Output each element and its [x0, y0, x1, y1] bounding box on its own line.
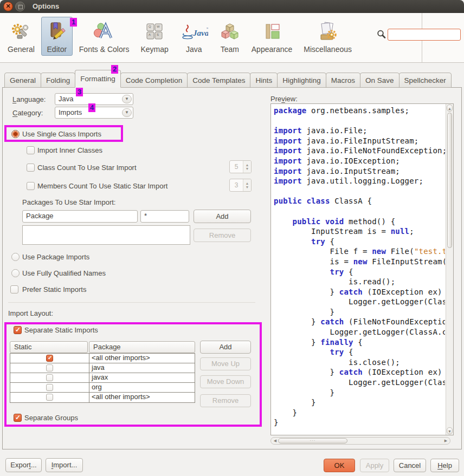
static-checkbox[interactable]: [46, 355, 53, 362]
package-cell[interactable]: java: [89, 363, 195, 373]
class-count-checkbox[interactable]: [27, 164, 35, 172]
scroll-right-icon[interactable]: ▶: [442, 438, 449, 444]
move-down-button[interactable]: Move Down: [200, 375, 251, 388]
table-row[interactable]: org: [10, 383, 195, 393]
table-row[interactable]: <all other imports>: [10, 393, 195, 402]
tab-code-templates[interactable]: Code Templates: [187, 73, 250, 88]
static-checkbox[interactable]: [46, 384, 53, 391]
spinner-arrows-icon[interactable]: ▲▼: [243, 161, 251, 173]
annotation-marker-3: 3: [76, 88, 83, 96]
vertical-scrollbar-thumb[interactable]: [447, 113, 452, 248]
toolbar-item-java[interactable]: Java™Java: [175, 17, 213, 56]
toolbar-item-appearance[interactable]: Appearance: [247, 17, 298, 56]
window-title: Options: [33, 2, 59, 10]
toolbar-item-keymap[interactable]: QWASKeymap: [136, 17, 173, 56]
toolbar-item-miscellaneous[interactable]: Miscellaneous: [299, 17, 357, 56]
tab-folding[interactable]: Folding: [41, 73, 75, 88]
spinner-arrows-icon[interactable]: ▲▼: [243, 179, 251, 191]
toolbar-item-editor[interactable]: Editor: [41, 17, 73, 56]
toolbar-item-fonts-colors[interactable]: Fonts & Colors: [74, 17, 134, 56]
layout-remove-button[interactable]: Remove: [200, 394, 251, 407]
tab-hints[interactable]: Hints: [250, 73, 278, 88]
preview-label: Preview:: [270, 95, 298, 103]
separate-static-imports-checkbox[interactable]: [14, 326, 22, 334]
static-checkbox[interactable]: [46, 374, 53, 381]
appearance-icon: [262, 19, 282, 44]
separate-groups-label[interactable]: Separate Groups: [24, 414, 78, 422]
ok-button[interactable]: OK: [324, 459, 355, 472]
fonts-colors-icon: [93, 19, 115, 44]
chevron-down-icon[interactable]: ▼: [122, 95, 132, 103]
language-label: Language:: [12, 95, 46, 103]
toolbar-item-general[interactable]: General: [3, 17, 40, 56]
members-count-checkbox[interactable]: [27, 182, 35, 190]
scroll-up-icon[interactable]: ▲: [447, 105, 453, 112]
static-checkbox[interactable]: [46, 394, 53, 401]
layout-add-button[interactable]: Add: [200, 341, 251, 354]
tab-highlighting[interactable]: Highlighting: [277, 73, 326, 88]
prefer-static-imports-checkbox[interactable]: [10, 285, 18, 294]
import-button[interactable]: Import...: [46, 458, 83, 472]
package-name-field[interactable]: Package: [22, 210, 138, 223]
table-row[interactable]: javax: [10, 373, 195, 383]
annotation-marker-2: 2: [111, 65, 118, 74]
class-count-spinner[interactable]: 5 ▲▼: [229, 160, 252, 173]
window-close-button[interactable]: ✕: [3, 2, 13, 11]
window-restore-button[interactable]: [15, 2, 25, 11]
chevron-down-icon[interactable]: ▼: [122, 108, 132, 117]
prefer-static-imports-label[interactable]: Prefer Static Imports: [22, 285, 86, 294]
static-cell: [10, 373, 89, 382]
class-count-value: 5: [230, 161, 243, 173]
packages-add-button[interactable]: Add: [194, 210, 251, 223]
table-row[interactable]: java: [10, 363, 195, 373]
cancel-button[interactable]: Cancel: [394, 459, 426, 472]
horizontal-scrollbar-thumb[interactable]: ···: [278, 438, 347, 444]
scroll-down-icon[interactable]: ▼: [447, 427, 453, 434]
static-cell: [10, 354, 89, 363]
use-single-class-imports-radio[interactable]: [11, 130, 20, 138]
members-count-label[interactable]: Members Count To Use Static Star Import: [37, 182, 167, 190]
tab-spellchecker[interactable]: Spellchecker: [399, 73, 452, 88]
separate-static-imports-label[interactable]: Separate Static Imports: [24, 326, 98, 334]
vertical-scrollbar[interactable]: ▲ ▼: [446, 104, 453, 435]
toolbar-item-team[interactable]: Team: [215, 17, 245, 56]
package-cell[interactable]: <all other imports>: [89, 393, 195, 402]
use-fully-qualified-names-radio[interactable]: [11, 269, 20, 277]
toolbar-item-label: Appearance: [252, 45, 293, 54]
use-fully-qualified-names-label[interactable]: Use Fully Qualified Names: [22, 269, 106, 277]
tab-on-save[interactable]: On Save: [360, 73, 399, 88]
table-header-package[interactable]: Package: [89, 341, 195, 353]
export-button[interactable]: Export...: [5, 458, 42, 472]
star-import-packages-list[interactable]: [22, 225, 190, 245]
use-single-class-imports-label[interactable]: Use Single Class Imports: [22, 130, 101, 138]
package-cell[interactable]: <all other imports>: [89, 354, 195, 363]
members-count-spinner[interactable]: 3 ▲▼: [229, 179, 252, 192]
star-field[interactable]: *: [140, 210, 189, 223]
horizontal-scrollbar[interactable]: ◀ ··· ▶: [270, 437, 450, 445]
import-inner-classes-checkbox[interactable]: [27, 146, 35, 154]
package-cell[interactable]: javax: [89, 373, 195, 382]
editor-icon: [46, 19, 68, 44]
svg-text:Q: Q: [149, 25, 151, 28]
tab-macros[interactable]: Macros: [326, 73, 360, 88]
package-cell[interactable]: org: [89, 383, 195, 392]
svg-text:A: A: [149, 33, 151, 36]
formatting-tab-panel: Language: Java ▼ Category: Imports ▼ Use…: [2, 87, 462, 449]
static-checkbox[interactable]: [46, 364, 53, 371]
tab-code-completion[interactable]: Code Completion: [120, 73, 188, 88]
table-row[interactable]: <all other imports>: [10, 354, 195, 363]
help-button[interactable]: Help: [430, 459, 459, 472]
packages-remove-button[interactable]: Remove: [194, 229, 251, 242]
import-layout-table[interactable]: <all other imports>javajavaxorg<all othe…: [10, 353, 195, 403]
apply-button[interactable]: Apply: [360, 459, 389, 472]
search-input[interactable]: [388, 29, 461, 41]
separate-groups-checkbox[interactable]: [14, 414, 22, 422]
tab-general[interactable]: General: [4, 73, 41, 88]
packages-to-use-label: Packages To Use Star Import:: [22, 198, 115, 206]
table-header-static[interactable]: Static: [10, 341, 88, 353]
import-inner-classes-label[interactable]: Import Inner Classes: [37, 146, 102, 154]
use-package-imports-label[interactable]: Use Package Imports: [22, 253, 89, 261]
move-up-button[interactable]: Move Up: [200, 357, 251, 370]
use-package-imports-radio[interactable]: [11, 253, 20, 261]
class-count-label[interactable]: Class Count To Use Star Import: [37, 164, 137, 172]
